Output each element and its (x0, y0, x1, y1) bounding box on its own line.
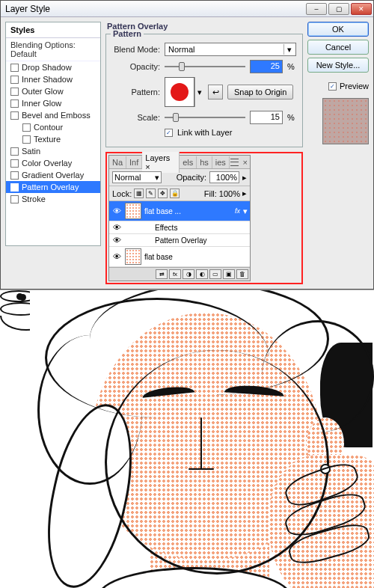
result-preview-image (0, 290, 374, 588)
panel-close-icon[interactable]: × (242, 158, 250, 167)
style-pattern-overlay[interactable]: ✓Pattern Overlay (6, 181, 100, 193)
preview-swatch (322, 98, 369, 144)
visibility-icon[interactable]: 👁 (111, 236, 122, 245)
lock-all-icon[interactable]: 🔒 (170, 189, 180, 198)
adjustment-icon[interactable]: ◐ (196, 269, 208, 279)
window-title: Layer Style (5, 4, 50, 14)
blendmode-label: Blend Mode: (112, 45, 160, 54)
link-label: Link with Layer (177, 128, 232, 137)
ok-button[interactable]: OK (307, 22, 369, 37)
opacity-slider[interactable] (165, 61, 245, 72)
panel-tab[interactable]: els (180, 156, 197, 168)
cancel-button[interactable]: Cancel (307, 40, 369, 55)
new-style-button[interactable]: New Style... (307, 58, 369, 73)
scale-input[interactable]: 15 (250, 111, 283, 124)
close-button[interactable]: ✕ (351, 3, 372, 15)
opacity-label: Opacity: (112, 62, 160, 71)
folder-icon[interactable]: ▭ (209, 269, 221, 279)
checkbox[interactable] (10, 171, 19, 180)
visibility-icon[interactable]: 👁 (111, 223, 122, 232)
pattern-label: Pattern: (112, 88, 160, 97)
style-stroke[interactable]: Stroke (6, 193, 100, 205)
scale-slider[interactable] (165, 112, 245, 123)
styles-header[interactable]: Styles (6, 22, 100, 38)
layer-blendmode-select[interactable]: Normal▾ (112, 171, 162, 183)
checkbox[interactable]: ✓ (10, 183, 19, 192)
snap-to-origin-button[interactable]: Snap to Origin (227, 85, 293, 99)
style-contour[interactable]: Contour (6, 121, 100, 133)
chevron-down-icon: ▾ (283, 44, 294, 55)
minimize-button[interactable]: – (306, 3, 327, 15)
fx-badge[interactable]: fx (235, 207, 240, 215)
checkbox[interactable] (10, 76, 19, 84)
panel-tab[interactable]: ies (212, 156, 230, 168)
layer-style-dialog: Layer Style – ▢ ✕ Styles Blending Option… (0, 0, 374, 290)
layer-row[interactable]: 👁flat base ...fx ▾ (109, 201, 250, 221)
layer-row[interactable]: 👁Effects (109, 221, 250, 234)
link-layers-icon[interactable]: ⇄ (156, 269, 168, 279)
checkbox[interactable] (10, 64, 19, 72)
panel-tab-layers[interactable]: Layers × (142, 152, 180, 173)
scale-label: Scale: (112, 113, 160, 122)
checkbox[interactable] (10, 159, 19, 168)
style-texture[interactable]: Texture (6, 133, 100, 145)
link-checkbox[interactable]: ✓ (165, 129, 173, 137)
pattern-swatch[interactable] (165, 77, 194, 107)
visibility-icon[interactable]: 👁 (111, 206, 122, 215)
maximize-button[interactable]: ▢ (328, 3, 349, 15)
fx-icon[interactable]: fx (169, 269, 181, 279)
checkbox[interactable] (10, 88, 19, 96)
checkbox[interactable] (10, 147, 19, 156)
style-color-overlay[interactable]: Color Overlay (6, 157, 100, 169)
blending-options[interactable]: Blending Options: Default (6, 38, 100, 61)
titlebar[interactable]: Layer Style – ▢ ✕ (1, 1, 373, 17)
new-preset-icon[interactable]: ↩ (208, 85, 223, 99)
style-satin[interactable]: Satin (6, 145, 100, 157)
style-inner-shadow[interactable]: Inner Shadow (6, 73, 100, 85)
layer-row[interactable]: 👁flat base (109, 247, 250, 267)
layer-opacity-input[interactable]: 100% (209, 171, 239, 183)
style-bevel-and-emboss[interactable]: Bevel and Emboss (6, 109, 100, 121)
pattern-picker-arrow[interactable]: ▾ (194, 77, 203, 107)
layers-panel: Na Inf Layers × els hs ies × Normal▾ Opa… (108, 155, 251, 281)
lock-brush-icon[interactable]: ✎ (146, 189, 156, 198)
panel-menu-icon[interactable] (230, 158, 240, 167)
style-drop-shadow[interactable]: Drop Shadow (6, 61, 100, 73)
panel-tab[interactable]: hs (197, 156, 212, 168)
lock-move-icon[interactable]: ✥ (158, 189, 168, 198)
blendmode-select[interactable]: Normal ▾ (165, 43, 296, 56)
new-layer-icon[interactable]: ▣ (223, 269, 235, 279)
lock-transparency-icon[interactable]: ▦ (134, 189, 144, 198)
preview-checkbox[interactable]: ✓ (328, 82, 337, 91)
mask-icon[interactable]: ◑ (183, 269, 194, 279)
checkbox[interactable] (10, 99, 19, 108)
opacity-input[interactable]: 25 (250, 60, 283, 73)
layer-thumb (125, 203, 141, 219)
checkbox[interactable] (22, 123, 31, 132)
panel-tab[interactable]: Na (109, 156, 126, 168)
layer-row[interactable]: 👁Pattern Overlay (109, 234, 250, 247)
style-outer-glow[interactable]: Outer Glow (6, 85, 100, 97)
style-inner-glow[interactable]: Inner Glow (6, 97, 100, 109)
pattern-group-label: Pattern (111, 29, 144, 38)
layer-fill-input[interactable]: 100% (219, 189, 240, 198)
checkbox[interactable] (22, 135, 31, 144)
checkbox[interactable] (10, 195, 19, 203)
preview-label: Preview (340, 82, 369, 91)
panel-tab[interactable]: Inf (126, 156, 142, 168)
checkbox[interactable] (10, 111, 19, 120)
layer-thumb (125, 248, 141, 265)
visibility-icon[interactable]: 👁 (111, 252, 122, 261)
highlight-box: Na Inf Layers × els hs ies × Normal▾ Opa… (105, 152, 303, 284)
trash-icon[interactable]: 🗑 (236, 269, 248, 279)
style-gradient-overlay[interactable]: Gradient Overlay (6, 169, 100, 181)
styles-list: Styles Blending Options: Default Drop Sh… (5, 22, 101, 246)
